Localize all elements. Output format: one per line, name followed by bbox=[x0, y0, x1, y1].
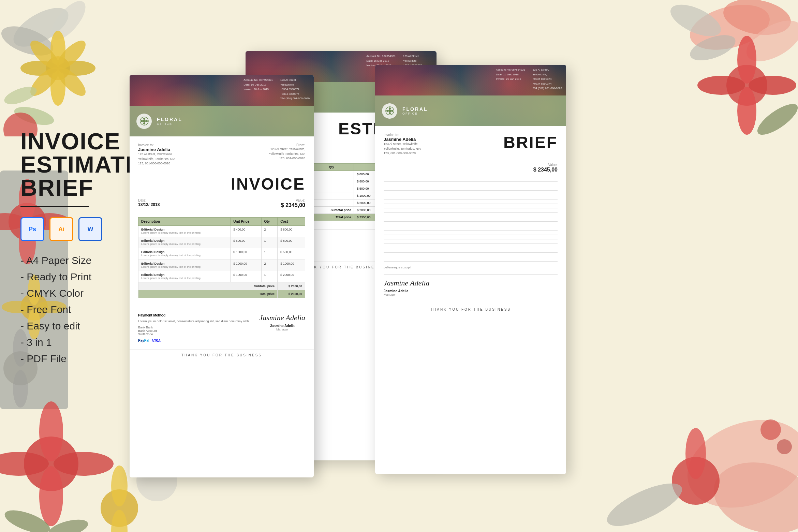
doc-brief-right-info: 123 Al Street, Yellowknife, +0334 839037… bbox=[533, 68, 562, 91]
svg-point-73 bbox=[141, 120, 143, 122]
feature-item: - PDF File bbox=[20, 353, 116, 365]
invoice-from-col: From: 123 Al street, Yellowknife,Yellowk… bbox=[222, 143, 305, 166]
feature-item: - Ready to Print bbox=[20, 271, 116, 283]
invoice-table: Description Unit Price Qty Cost Editoria… bbox=[138, 217, 305, 298]
svg-point-68 bbox=[391, 110, 393, 112]
main-title: INVOICE ESTIMATE BRIEF bbox=[20, 130, 116, 199]
table-row: Editorial Design Lorem Ipsum is simply d… bbox=[138, 271, 305, 282]
format-icons: Ps Ai W bbox=[20, 217, 116, 241]
doc-brief-header: Account No: 087654321 Date: 16 Dec 2018 … bbox=[375, 65, 566, 126]
brief-signature: Jasmine Adelia Jasmine Adelia Manager bbox=[384, 279, 430, 296]
docs-container: Account No: 087654321 Date: 16 Dec 2018 … bbox=[130, 41, 788, 501]
svg-point-74 bbox=[146, 120, 148, 122]
svg-point-71 bbox=[143, 118, 145, 120]
main-content: INVOICE ESTIMATE BRIEF Ps Ai W - A4 Pape… bbox=[0, 0, 798, 532]
doc-from-to: Invoice to: Jasmine Adelia 123 Al street… bbox=[138, 143, 305, 169]
feature-item: - Easy to edit bbox=[20, 320, 116, 332]
brief-logo-icon bbox=[382, 103, 397, 119]
payment-icons: PayPal VISA bbox=[138, 339, 250, 343]
doc-invoice: Account No: 087654321 Date: 16 Dec 2018 … bbox=[130, 75, 314, 477]
brief-pellenesque: pellenesque suscipit bbox=[384, 266, 558, 269]
svg-point-72 bbox=[143, 122, 145, 124]
feature-item: - CMYK Color bbox=[20, 287, 116, 299]
feature-item: - A4 Paper Size bbox=[20, 255, 116, 266]
doc-invoice-header: Account No: 087654321 Date: 16 Dec 2018 … bbox=[130, 75, 314, 136]
doc-brief-body: Invoice to: Jasmine Adelia 123 Al street… bbox=[375, 126, 566, 323]
doc-date-value: Date: 18/12/ 2018 Value: $ 2345,00 bbox=[138, 198, 305, 212]
invoice-to-col: Invoice to: Jasmine Adelia 123 Al street… bbox=[138, 143, 222, 166]
title-block: INVOICE ESTIMATE BRIEF bbox=[20, 130, 116, 207]
svg-point-69 bbox=[388, 109, 391, 112]
feature-item: - 3 in 1 bbox=[20, 337, 116, 348]
doc-invoice-logo-bar: FLORAL OFFICE bbox=[130, 106, 314, 136]
doc-invoice-body: Invoice to: Jasmine Adelia 123 Al street… bbox=[130, 136, 314, 310]
format-icon-ai: Ai bbox=[49, 217, 73, 241]
doc-invoice-footer: Payment Method Lorem ipsum dolor sit ame… bbox=[130, 310, 314, 346]
invoice-thank-you: THANK YOU FOR THE BUSINESS bbox=[130, 350, 314, 362]
payment-method: Payment Method Lorem ipsum dolor sit ame… bbox=[138, 313, 250, 342]
feature-item: - Free Font bbox=[20, 304, 116, 315]
visa-icon: VISA bbox=[152, 339, 161, 343]
svg-point-67 bbox=[386, 110, 388, 112]
brief-lines: pellenesque suscipit bbox=[384, 177, 558, 269]
doc-brief-logo-bar: FLORAL OFFICE bbox=[375, 95, 566, 126]
table-row: Editorial Design Lorem Ipsum is simply d… bbox=[138, 248, 305, 260]
doc-invoice-left-info: Account No: 087654321 Date: 16 Dec 2018 … bbox=[243, 78, 273, 92]
invoice-signature: Jasmine Adelia Jasmine Adelia Manager bbox=[259, 313, 305, 331]
invoice-logo-icon bbox=[136, 114, 152, 129]
doc-invoice-right-info: 123 Al Street, Yellowknife, +0334 839037… bbox=[280, 78, 310, 101]
svg-point-65 bbox=[389, 107, 391, 109]
brief-thank-you: THANK YOU FOR THE BUSINESS bbox=[384, 304, 558, 316]
left-panel: INVOICE ESTIMATE BRIEF Ps Ai W - A4 Pape… bbox=[20, 130, 116, 369]
svg-point-66 bbox=[389, 112, 391, 114]
table-row: Editorial Design Lorem Ipsum is simply d… bbox=[138, 225, 305, 237]
svg-point-75 bbox=[143, 120, 146, 122]
format-icon-ps: Ps bbox=[20, 217, 44, 241]
paypal-icon: PayPal bbox=[138, 339, 149, 343]
title-divider bbox=[20, 206, 89, 207]
doc-brief-left-info: Account No: 087654321 Date: 16 Dec 2018 … bbox=[496, 68, 525, 82]
features-list: - A4 Paper Size - Ready to Print - CMYK … bbox=[20, 255, 116, 365]
table-row: Editorial Design Lorem Ipsum is simply d… bbox=[138, 237, 305, 248]
subtotal-row: Subtotal price $ 2000,00 bbox=[138, 282, 305, 290]
format-icon-wd: W bbox=[78, 217, 102, 241]
doc-brief: Account No: 087654321 Date: 16 Dec 2018 … bbox=[375, 65, 566, 474]
total-row: Total price $ 2300,00 bbox=[138, 290, 305, 298]
table-row: Editorial Design Lorem Ipsum is simply d… bbox=[138, 260, 305, 271]
